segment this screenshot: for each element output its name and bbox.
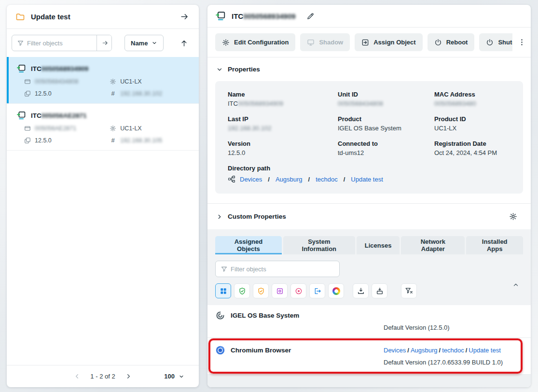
tab-network-adapter[interactable]: Network Adapter xyxy=(401,236,465,254)
chevron-right-icon xyxy=(125,373,132,380)
exit-door-icon xyxy=(314,287,321,295)
filter-objects-input[interactable] xyxy=(27,40,97,47)
device-version: 12.5.0 xyxy=(24,137,110,144)
tab-assigned-objects[interactable]: Assigned Objects xyxy=(215,236,282,254)
rename-device-button[interactable] xyxy=(305,11,316,21)
tab-licenses[interactable]: Licenses xyxy=(357,236,400,254)
breadcrumb-link-devices[interactable]: Devices xyxy=(240,176,262,183)
device-row-header: ITC0050568934909 xyxy=(16,64,191,73)
device-list-panel: Update test Name ITC0050568934909 xyxy=(7,5,199,387)
assigned-objects-list: IGEL OS Base System Default Version (12.… xyxy=(207,305,531,375)
download-tray-icon xyxy=(357,287,365,295)
sort-direction-button[interactable] xyxy=(179,38,189,48)
properties-section-title: Properties xyxy=(228,66,260,73)
device-row[interactable]: ITC005056AE2871 005056AE2871 UC1-LX 12.5… xyxy=(7,104,199,151)
device-row-selected[interactable]: ITC0050568934909 0050568434808 UC1-LX 12… xyxy=(7,57,199,104)
version-layers-icon xyxy=(24,137,31,144)
path-link-augsburg[interactable]: Augsburg xyxy=(411,347,438,354)
shield-green-icon xyxy=(238,287,246,295)
more-actions-button[interactable] xyxy=(517,37,527,47)
shield-orange-icon xyxy=(257,287,265,295)
filter-clear-icon xyxy=(405,287,413,295)
path-link-update-test[interactable]: Update test xyxy=(469,347,501,354)
filter-wallpaper-button[interactable] xyxy=(328,283,344,298)
breadcrumb-link-update-test[interactable]: Update test xyxy=(351,176,383,183)
detail-header: ITC0050568934909 xyxy=(207,5,531,27)
field-registration-date: Registration Date Oct 24, 2024, 4:54 PM xyxy=(434,140,510,156)
apply-filter-button[interactable] xyxy=(97,35,111,51)
device-version: 12.5.0 xyxy=(24,90,110,97)
filter-logoff-button[interactable] xyxy=(309,283,325,298)
properties-grid: Name ITC0050568934909 Unit ID 0050568434… xyxy=(215,81,523,194)
clear-filter-button[interactable] xyxy=(401,283,417,298)
version-layers-icon xyxy=(24,90,31,97)
device-title: ITC0050568934909 xyxy=(232,12,296,20)
path-link-techdoc[interactable]: techdoc xyxy=(442,347,464,354)
custom-properties-settings-button[interactable] xyxy=(508,211,518,222)
path-link-devices[interactable]: Devices xyxy=(384,347,406,354)
assigned-object-row[interactable]: IGEL OS Base System Default Version (12.… xyxy=(207,305,531,338)
funnel-icon xyxy=(221,266,228,273)
device-product-id: UC1-LX xyxy=(110,125,191,132)
tab-installed-apps[interactable]: Installed Apps xyxy=(466,236,523,254)
custom-properties-section-toggle[interactable]: Custom Properties xyxy=(207,204,531,229)
collapse-panel-button[interactable] xyxy=(179,11,190,22)
pencil-icon xyxy=(306,12,315,20)
edit-configuration-button[interactable]: Edit Configuration xyxy=(215,33,295,51)
chevron-down-icon xyxy=(179,374,184,379)
filter-sessions-button[interactable] xyxy=(290,283,306,298)
breadcrumb-link-augsburg[interactable]: Augsburg xyxy=(276,176,303,183)
gear-icon xyxy=(509,212,517,221)
field-name: Name ITC0050568934909 xyxy=(228,91,338,107)
power-icon xyxy=(486,39,494,46)
assigned-object-version: Default Version (127.0.6533.99 BUILD 1.0… xyxy=(384,358,523,368)
tab-system-information[interactable]: System Information xyxy=(283,236,355,254)
filter-all-objects-button[interactable] xyxy=(215,283,231,298)
device-name: ITC005056AE2871 xyxy=(31,112,87,119)
unit-id-icon xyxy=(24,78,31,85)
breadcrumb-link-techdoc[interactable]: techdoc xyxy=(316,176,338,183)
assigned-objects-zone: Assigned Objects System Information Lice… xyxy=(207,229,531,305)
sort-field-dropdown[interactable]: Name xyxy=(124,35,164,51)
reboot-button[interactable]: Reboot xyxy=(428,33,475,51)
page-size-value: 100 xyxy=(164,373,175,380)
filter-files-button[interactable] xyxy=(353,283,369,298)
filter-priority-profiles-button[interactable] xyxy=(253,283,269,298)
gear-icon xyxy=(222,39,230,46)
assigned-object-version: Default Version (12.5.0) xyxy=(384,323,523,333)
field-unit-id: Unit ID 0050568434808 xyxy=(338,91,434,107)
filter-apps-button[interactable] xyxy=(272,283,288,298)
shadow-button[interactable]: Shadow xyxy=(300,33,350,51)
device-icon xyxy=(16,64,26,73)
properties-section-toggle[interactable]: Properties xyxy=(207,57,531,80)
filter-update-packages-button[interactable] xyxy=(372,283,387,298)
device-list-toolbar: Name xyxy=(7,29,199,57)
device-icon xyxy=(215,11,226,21)
collapse-filter-bar-button[interactable] xyxy=(511,280,520,289)
chevron-left-icon xyxy=(73,373,81,380)
field-mac-address: MAC Address 005056893480 xyxy=(434,91,510,107)
page-size-dropdown[interactable]: 100 xyxy=(164,365,184,387)
device-ip: #192.168.30.105 xyxy=(110,137,191,144)
app-window-icon xyxy=(276,287,284,295)
filter-profiles-button[interactable] xyxy=(234,283,250,298)
record-circle-icon xyxy=(295,287,303,295)
assigned-object-name: Chromium Browser xyxy=(215,344,384,356)
arrow-right-icon xyxy=(102,40,109,46)
pagination-range: 1 - 2 of 2 xyxy=(90,373,115,380)
detail-panel-filler xyxy=(207,375,531,387)
assign-object-icon xyxy=(361,39,369,46)
masked-text: 0050568934909 xyxy=(238,100,283,107)
next-page-button[interactable] xyxy=(124,372,133,381)
chromium-icon xyxy=(215,345,225,355)
kebab-menu-icon xyxy=(518,38,526,46)
arrow-up-icon xyxy=(180,39,188,47)
device-meta-grid: 005056AE2871 UC1-LX 12.5.0 #192.168.30.1… xyxy=(16,125,191,144)
folder-icon xyxy=(15,12,25,22)
assigned-object-row-highlighted[interactable]: Chromium Browser Devices / Augsburg / te… xyxy=(207,338,531,375)
assign-object-button[interactable]: Assign Object xyxy=(355,33,422,51)
assigned-objects-filter-input[interactable] xyxy=(231,266,339,273)
masked-text: 005056893480 xyxy=(434,100,476,107)
previous-page-button[interactable] xyxy=(72,372,82,381)
device-list-header: Update test xyxy=(7,5,199,28)
